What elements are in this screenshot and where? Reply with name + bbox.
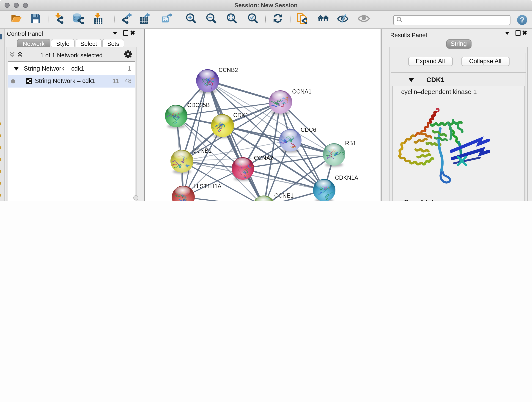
- svg-text:CDKN1A: CDKN1A: [335, 174, 358, 181]
- svg-text:HIST1H1A: HIST1H1A: [194, 183, 222, 189]
- svg-text:RB1: RB1: [345, 140, 356, 146]
- svg-text:?: ?: [520, 16, 525, 24]
- svg-text:CDC25B: CDC25B: [187, 102, 210, 108]
- svg-text:CCNE1: CCNE1: [274, 192, 294, 198]
- svg-text:CDC6: CDC6: [301, 126, 316, 133]
- svg-text:CCNB1: CCNB1: [192, 147, 212, 153]
- svg-text:CDK1: CDK1: [233, 112, 249, 118]
- svg-text:CCNA1: CCNA1: [292, 88, 312, 95]
- svg-text:CCNB2: CCNB2: [219, 66, 238, 73]
- svg-text:CCNA2: CCNA2: [254, 154, 273, 161]
